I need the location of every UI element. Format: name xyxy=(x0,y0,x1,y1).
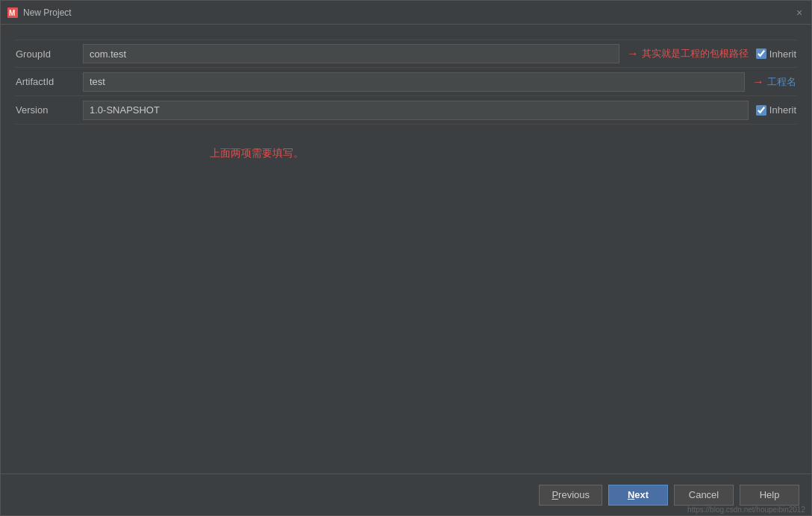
close-button[interactable]: × xyxy=(793,7,805,19)
previous-button[interactable]: Previous xyxy=(539,485,602,506)
artifactid-input[interactable] xyxy=(83,72,745,92)
cancel-label: Cancel xyxy=(689,489,719,500)
version-label: Version xyxy=(16,104,83,116)
next-label: Next xyxy=(628,489,649,500)
version-row: Version Inherit xyxy=(16,96,796,125)
next-button[interactable]: Next xyxy=(608,485,668,506)
groupid-annotation-text: 其实就是工程的包根路径 xyxy=(642,47,749,60)
groupid-arrow: → xyxy=(627,47,639,60)
artifactid-row: ArtifactId → 工程名 xyxy=(16,68,796,96)
title-bar-left: M New Project xyxy=(7,7,72,19)
new-project-window: M New Project × GroupId → 其实就是工程的包根路径 xyxy=(0,0,812,516)
watermark: https://blog.csdn.net/houpeibin2012 xyxy=(687,506,805,514)
version-input[interactable] xyxy=(83,101,749,120)
artifactid-arrow: → xyxy=(752,75,764,89)
help-label: Help xyxy=(760,489,780,500)
groupid-input[interactable] xyxy=(83,44,619,63)
groupid-inherit-checkbox[interactable] xyxy=(756,48,766,59)
artifactid-label: ArtifactId xyxy=(16,76,83,87)
artifactid-annotation-text: 工程名 xyxy=(767,75,796,89)
window-title: New Project xyxy=(23,7,72,18)
main-content: GroupId → 其实就是工程的包根路径 Inherit ArtifactId xyxy=(1,25,811,473)
artifactid-annotation-wrapper: → 工程名 xyxy=(752,75,796,89)
groupid-inherit-section: Inherit xyxy=(749,48,796,60)
groupid-row: GroupId → 其实就是工程的包根路径 Inherit xyxy=(16,40,796,68)
app-icon: M xyxy=(7,7,19,19)
groupid-label: GroupId xyxy=(16,48,83,60)
svg-text:M: M xyxy=(9,9,15,17)
bottom-bar: Previous Next Cancel Help https://blog.c… xyxy=(1,473,811,515)
help-button[interactable]: Help xyxy=(740,485,799,506)
version-input-wrapper xyxy=(83,101,749,120)
version-inherit-label: Inherit xyxy=(769,104,796,116)
form-section: GroupId → 其实就是工程的包根路径 Inherit ArtifactId xyxy=(16,40,796,125)
groupid-annotation-wrapper: → 其实就是工程的包根路径 xyxy=(627,47,749,60)
version-inherit-checkbox[interactable] xyxy=(756,105,766,116)
groupid-inherit-label: Inherit xyxy=(769,48,796,60)
previous-label: Previous xyxy=(552,489,590,500)
artifactid-input-wrapper: → 工程名 xyxy=(83,72,796,92)
version-inherit-section: Inherit xyxy=(749,104,796,116)
cancel-button[interactable]: Cancel xyxy=(674,485,734,506)
title-bar: M New Project × xyxy=(1,1,811,25)
groupid-input-wrapper: → 其实就是工程的包根路径 xyxy=(83,44,749,63)
note-text: 上面两项需要填写。 xyxy=(210,147,796,160)
